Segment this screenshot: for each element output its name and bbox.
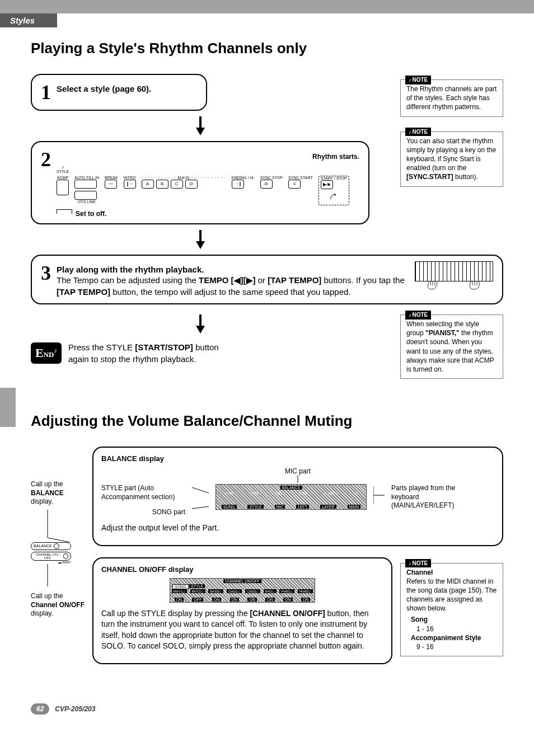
style-label: STYLE bbox=[57, 170, 69, 173]
svg-line-5 bbox=[192, 506, 209, 509]
end-text: Press the STYLE [START/STOP] button agai… bbox=[68, 341, 225, 365]
startstop-label: START / STOP bbox=[321, 176, 347, 180]
leader-line-2 bbox=[42, 564, 76, 592]
step-1-box: 1 Select a style (page 60). bbox=[31, 74, 207, 111]
song-part-label: SONG part bbox=[101, 508, 185, 517]
balance-title: BALANCE display bbox=[101, 454, 494, 463]
intro-button[interactable]: ‖→ bbox=[124, 180, 136, 189]
channel-callout: Call up the Channel ON/OFF display. bbox=[31, 592, 87, 618]
leader-line-3 bbox=[373, 484, 385, 506]
channel-title: CHANNEL ON/OFF display bbox=[101, 565, 383, 574]
break-label: BREAK bbox=[105, 176, 118, 180]
acmp-button[interactable] bbox=[57, 180, 69, 195]
autofillin-label: AUTO FILL IN bbox=[74, 176, 99, 180]
section-tab-text: Styles bbox=[0, 13, 57, 27]
note-channel-text: Refers to the MIDI channel in the song d… bbox=[406, 577, 497, 613]
balance-display-box: BALANCE display MIC part STYLE part (Aut… bbox=[92, 447, 503, 546]
syncstop-button[interactable]: ⊘ bbox=[260, 180, 273, 189]
page-number: 62 bbox=[31, 703, 49, 715]
step-3-number: 3 bbox=[41, 261, 51, 285]
step-3-text: The Tempo can be adjusted using the TEMP… bbox=[57, 274, 415, 298]
note-acc-range: 9 - 16 bbox=[416, 642, 497, 651]
main-d-button[interactable]: D bbox=[185, 180, 198, 189]
step-2-number: 2 bbox=[41, 148, 51, 171]
otslink-button[interactable] bbox=[74, 191, 97, 200]
syncstop-label: SYNC.STOP bbox=[260, 176, 283, 180]
main-b-button[interactable]: B bbox=[156, 180, 168, 189]
note-2-text: You can also start the rhythm simply by … bbox=[406, 137, 496, 181]
note-1-text: The Rhythm channels are part of the styl… bbox=[406, 85, 496, 111]
mic-part-label: MIC part bbox=[101, 467, 494, 475]
note-acc-label: Accompaniment Style bbox=[411, 633, 497, 642]
arrow-down-icon bbox=[31, 116, 369, 135]
note-1: ♪NOTE The Rhythm channels are part of th… bbox=[400, 79, 503, 117]
leader-lines bbox=[101, 475, 494, 484]
syncstart-label: SYNC.START bbox=[288, 176, 313, 180]
svg-line-4 bbox=[192, 487, 209, 493]
adjust-text: Adjust the output level of the Part. bbox=[101, 523, 494, 534]
step-1-number: 1 bbox=[41, 81, 51, 104]
end-step: END♪ Press the STYLE [START/STOP] button… bbox=[31, 341, 369, 365]
page-title-1: Playing a Style's Rhythm Channels only bbox=[31, 40, 503, 57]
note-3-text: When selecting the style group "PIANIST,… bbox=[406, 320, 494, 373]
startstop-button[interactable]: ▶/■ bbox=[321, 180, 333, 189]
channel-screen: CHANNEL ON/OFF SONG STYLE RHY1◇ RHY2◇ BA… bbox=[170, 578, 315, 603]
syncstart-button[interactable]: ≡ bbox=[288, 180, 301, 189]
break-button[interactable]: ⁓ bbox=[105, 180, 117, 189]
rhythm-starts-label: Rhythm starts. bbox=[312, 153, 359, 161]
acmp-label: ACMP bbox=[57, 176, 69, 180]
end-badge: END♪ bbox=[31, 342, 62, 364]
note-2: ♪NOTE You can also start the rhythm simp… bbox=[400, 132, 503, 187]
step-3-title: Play along with the rhythm playback. bbox=[57, 265, 415, 274]
channel-panel-button[interactable]: CHANNEL ON / OFF bbox=[31, 552, 71, 561]
balance-screen: BALANCE SONG STYLE MIC LEFT LAYER MAIN ◇… bbox=[216, 484, 367, 510]
intro-label: INTRO bbox=[124, 176, 136, 180]
page-title-2: Adjusting the Volume Balance/Channel Mut… bbox=[31, 412, 503, 430]
note-label: ♪NOTE bbox=[405, 311, 431, 320]
balance-panel-button[interactable]: BALANCE bbox=[31, 542, 71, 550]
top-bar bbox=[0, 0, 534, 13]
note-channel: ♪NOTE Channel Refers to the MIDI channel… bbox=[400, 563, 503, 657]
note-label: ♪NOTE bbox=[405, 76, 431, 84]
keyboard-hands-icon bbox=[415, 261, 493, 292]
arrow-down-icon-2 bbox=[31, 230, 369, 249]
model-name: CVP-205/203 bbox=[55, 705, 95, 713]
step-2-box: 2 Rhythm starts. ♪ STYLE ACMP bbox=[31, 141, 369, 224]
note-song-range: 1 - 16 bbox=[416, 624, 497, 633]
set-to-off-label: Set to off. bbox=[76, 210, 106, 218]
side-tab bbox=[0, 388, 16, 427]
ending-label: ENDING / rit. bbox=[232, 176, 255, 180]
note-song-label: Song bbox=[411, 615, 497, 624]
note-label: ♪NOTE bbox=[405, 559, 431, 568]
main-label: MAIN bbox=[178, 176, 190, 180]
step-3-box: 3 Play along with the rhythm playback. T… bbox=[31, 255, 503, 304]
autofillin-button[interactable] bbox=[74, 180, 97, 189]
style-part-label: STYLE part (Auto Accompaniment section) bbox=[101, 484, 185, 501]
balance-callout: Call up the BALANCE display. bbox=[31, 480, 87, 506]
leader-line bbox=[42, 510, 76, 542]
main-a-button[interactable]: A bbox=[142, 180, 154, 189]
channel-text: Call up the STYLE display by pressing th… bbox=[101, 608, 383, 652]
leader-lines-2 bbox=[192, 484, 209, 512]
note-3: ♪NOTE When selecting the style group "PI… bbox=[400, 314, 503, 379]
arrow-down-icon-3 bbox=[31, 314, 369, 334]
page-footer: 62 CVP-205/203 bbox=[31, 703, 503, 715]
note-label: ♪NOTE bbox=[405, 128, 431, 137]
svg-line-1 bbox=[48, 538, 70, 542]
channel-display-box: CHANNEL ON/OFF display CHANNEL ON/OFF SO… bbox=[92, 557, 392, 664]
section-tab: Styles bbox=[0, 13, 534, 27]
ending-button[interactable]: →‖ bbox=[232, 180, 244, 189]
otslink-label: OTS LINK bbox=[74, 200, 99, 204]
note-channel-title: Channel bbox=[406, 568, 497, 577]
main-c-button[interactable]: C bbox=[171, 180, 183, 189]
step-1-text: Select a style (page 60). bbox=[57, 84, 151, 93]
kbd-parts-label: Parts played from the keyboard (MAIN/LAY… bbox=[391, 484, 475, 510]
